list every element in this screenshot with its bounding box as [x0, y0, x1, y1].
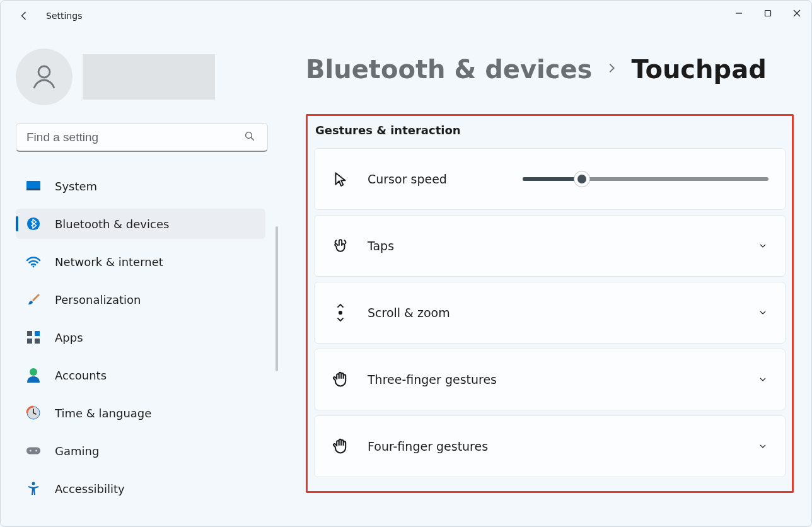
system-icon	[26, 178, 41, 194]
chevron-right-icon	[605, 61, 618, 78]
search-input[interactable]	[16, 123, 268, 152]
close-button[interactable]	[782, 1, 811, 26]
sidebar: SystemBluetooth & devicesNetwork & inter…	[1, 31, 278, 526]
sidebar-item-bluetooth[interactable]: Bluetooth & devices	[16, 209, 265, 239]
svg-point-10	[33, 266, 35, 268]
cursor-speed-label: Cursor speed	[368, 172, 447, 186]
svg-point-22	[339, 311, 342, 314]
setting-label: Taps	[368, 239, 394, 253]
search-icon	[244, 130, 255, 144]
cursor-speed-slider[interactable]	[523, 177, 768, 181]
sidebar-item-label: Apps	[55, 331, 83, 344]
svg-rect-1	[765, 11, 771, 16]
search-field[interactable]	[16, 123, 265, 152]
sidebar-item-accessibility[interactable]: Accessibility	[16, 473, 265, 504]
setting-label: Scroll & zoom	[368, 306, 450, 320]
svg-point-5	[246, 132, 252, 139]
svg-point-4	[38, 66, 50, 78]
svg-point-15	[30, 368, 37, 376]
breadcrumb-current: Touchpad	[631, 55, 766, 84]
sidebar-scrollbar[interactable]	[276, 226, 278, 371]
setting-label: Four-finger gestures	[368, 439, 488, 453]
accessibility-icon	[26, 481, 41, 496]
svg-line-6	[251, 137, 254, 141]
svg-point-20	[35, 450, 37, 452]
clock-icon	[26, 405, 41, 420]
highlighted-section: Gestures & interaction Cursor speed	[306, 114, 794, 493]
sidebar-item-system[interactable]: System	[16, 171, 265, 201]
profile-block[interactable]	[16, 49, 265, 105]
maximize-button[interactable]	[753, 1, 782, 26]
apps-icon	[26, 330, 41, 345]
tap-icon	[331, 236, 350, 255]
svg-point-19	[30, 450, 32, 452]
app-title: Settings	[46, 11, 82, 21]
sidebar-item-label: Network & internet	[55, 255, 163, 269]
sidebar-item-label: Accounts	[55, 369, 107, 382]
paintbrush-icon	[26, 292, 41, 307]
setting-label: Three-finger gestures	[368, 373, 497, 386]
sidebar-item-gaming[interactable]: Gaming	[16, 436, 265, 466]
minimize-button[interactable]	[724, 1, 753, 26]
chevron-down-icon	[757, 307, 768, 318]
scroll-icon	[331, 303, 350, 322]
setting-row-three-finger[interactable]: Three-finger gestures	[314, 349, 786, 410]
svg-rect-13	[27, 339, 32, 344]
avatar	[16, 49, 72, 105]
slider-thumb[interactable]	[574, 171, 590, 187]
settings-window: Settings	[0, 0, 812, 527]
svg-rect-11	[27, 331, 32, 336]
accounts-icon	[26, 368, 41, 383]
chevron-down-icon	[757, 240, 768, 252]
sidebar-item-label: Time & language	[55, 407, 151, 420]
svg-rect-18	[26, 447, 40, 454]
wifi-icon	[26, 254, 41, 269]
nav-list: SystemBluetooth & devicesNetwork & inter…	[16, 171, 265, 511]
sidebar-item-apps[interactable]: Apps	[16, 322, 265, 352]
svg-rect-12	[35, 331, 40, 336]
cursor-speed-row: Cursor speed	[314, 148, 786, 210]
setting-row-scroll-zoom[interactable]: Scroll & zoom	[314, 282, 786, 344]
svg-rect-14	[35, 339, 40, 344]
cursor-icon	[331, 170, 350, 188]
sidebar-item-label: Bluetooth & devices	[55, 217, 169, 231]
hand-four-icon	[331, 437, 350, 456]
sidebar-item-label: Personalization	[55, 293, 141, 306]
main-content: Bluetooth & devices Touchpad Gestures & …	[278, 31, 811, 526]
gamepad-icon	[26, 443, 41, 458]
svg-rect-8	[26, 188, 40, 190]
sidebar-item-label: Gaming	[55, 444, 99, 458]
setting-row-four-finger[interactable]: Four-finger gestures	[314, 415, 786, 477]
back-button[interactable]	[13, 4, 36, 27]
chevron-down-icon	[757, 441, 768, 452]
setting-row-taps[interactable]: Taps	[314, 215, 786, 277]
breadcrumb: Bluetooth & devices Touchpad	[306, 55, 794, 84]
svg-point-21	[32, 482, 35, 485]
sidebar-item-label: Accessibility	[55, 482, 125, 495]
window-controls	[724, 1, 811, 26]
title-bar: Settings	[1, 1, 811, 31]
user-name-placeholder	[83, 54, 215, 100]
sidebar-item-time[interactable]: Time & language	[16, 398, 265, 428]
section-title: Gestures & interaction	[315, 124, 786, 137]
sidebar-item-accounts[interactable]: Accounts	[16, 360, 265, 390]
hand-three-icon	[331, 370, 350, 389]
sidebar-item-personalization[interactable]: Personalization	[16, 284, 265, 315]
chevron-down-icon	[757, 374, 768, 385]
sidebar-item-label: System	[55, 180, 97, 193]
sidebar-item-network[interactable]: Network & internet	[16, 246, 265, 277]
breadcrumb-parent[interactable]: Bluetooth & devices	[306, 55, 592, 84]
bluetooth-icon	[26, 216, 41, 231]
